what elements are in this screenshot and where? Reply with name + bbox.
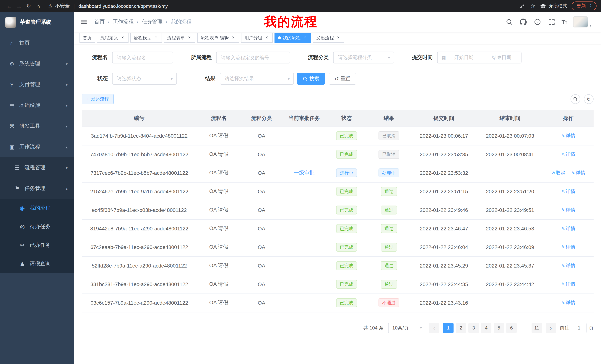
tab[interactable]: 发起流程 × [313,33,344,43]
detail-button[interactable]: ✎详情 [571,170,585,175]
sidebar-item-payment-mgmt[interactable]: ¥ 支付管理 ▾ [0,74,74,95]
close-icon[interactable]: × [264,35,269,40]
page-button[interactable]: ··· [519,323,529,333]
detail-button[interactable]: ✎详情 [561,244,575,250]
bookmark-star-icon[interactable]: ☆ [530,3,535,9]
cell-actions: ⊘取消 ✎详情 [543,238,594,256]
page-size-select[interactable]: 10条/页 ▾ [388,323,425,333]
sidebar-item-workflow[interactable]: ▣ 工作流程 ▴ [0,136,74,157]
tab[interactable]: 流程定义 × [97,33,129,43]
category-select[interactable]: 请选择流程分类 ▾ [333,52,394,63]
detail-button[interactable]: ✎详情 [561,226,575,231]
close-icon[interactable]: × [231,35,236,40]
page-button[interactable]: 11 [531,323,542,333]
reset-button[interactable]: ↺ 重置 [329,73,356,85]
fullscreen-icon[interactable] [547,18,555,26]
scissors-icon: ✂ [18,242,27,249]
detail-button[interactable]: ✎详情 [561,133,575,138]
close-icon[interactable]: × [153,35,159,40]
detail-button[interactable]: ✎详情 [561,189,575,194]
tab-label: 流程定义 [100,35,118,41]
process-def-input[interactable] [216,52,290,63]
breadcrumb-item[interactable]: 工作流程 [105,19,134,25]
sidebar-item-todo-tasks[interactable]: ◎ 待办任务 [0,217,74,236]
sidebar-item-my-process[interactable]: ◉ 我的流程 [0,199,74,217]
process-name-input[interactable] [112,52,173,63]
detail-button[interactable]: ✎详情 [561,151,575,157]
sidebar-item-task-mgmt[interactable]: ⚑ 任务管理 ▴ [0,178,74,199]
cell-end-time: 2022-01-22 23:51:20 [477,182,543,201]
cell-current-task [282,201,326,219]
toggle-search-icon[interactable] [571,94,580,104]
user-avatar[interactable]: ▾ [573,16,591,28]
table-header: 编号流程名流程分类当前审批任务状态结果提交时间结束时间操作 [82,110,594,126]
browser-home-button[interactable]: ⌂ [33,1,43,11]
close-icon[interactable]: × [302,35,308,40]
page-button[interactable]: 6 [506,323,517,333]
tab-label: 发起流程 [316,35,334,41]
browser-forward-button[interactable]: → [14,1,24,11]
status-select[interactable]: 请选择状态 ▾ [112,73,177,85]
sidebar-item-infrastructure[interactable]: ▤ 基础设施 ▾ [0,95,74,116]
url-text: dashboard.yudao.iocoder.cn/bpm/task/my [78,3,168,9]
browser-menu-icon[interactable]: ⋮ [588,3,593,9]
refresh-icon[interactable]: ↻ [584,94,594,104]
sidebar-item-home[interactable]: ⌂ 首页 [0,33,74,53]
pagination: 共 104 条 10条/页 ▾ ‹ 1 2 3 [82,323,594,333]
detail-button[interactable]: ✎详情 [561,207,575,213]
cell-result: 通过 [367,201,411,219]
tab[interactable]: 流程模型 × [130,33,162,43]
tab[interactable]: 流程表单-编辑 × [197,33,239,43]
close-icon[interactable]: × [187,35,192,40]
detail-button[interactable]: ✎详情 [561,300,575,305]
browser-back-button[interactable]: ← [4,1,14,11]
tab[interactable]: 用户分组 × [241,33,273,43]
font-size-icon[interactable]: TT [561,19,567,25]
browser-reload-button[interactable]: ↻ [24,1,33,11]
breadcrumb-item[interactable]: 我的流程 [163,19,192,25]
cell-submit-time: 2022-01-22 23:46:04 [411,238,477,256]
page-button[interactable]: 4 [481,323,491,333]
sidebar-item-dev-tools[interactable]: ⚒ 研发工具 ▾ [0,116,74,136]
hamburger-icon[interactable] [80,18,88,26]
address-bar[interactable]: ⚠ 不安全 | dashboard.yudao.iocoder.cn/bpm/t… [48,3,512,9]
avatar-caret-icon: ▾ [590,23,591,28]
tab[interactable]: 首页 × [80,33,95,43]
key-icon[interactable] [518,2,526,10]
cell-current-task [282,182,326,201]
next-page-button[interactable]: › [546,323,556,333]
browser-update-button[interactable]: 更新 ⋮ [572,1,597,10]
github-icon[interactable] [519,18,527,26]
breadcrumb-item[interactable]: 任务管理 [134,19,163,25]
sidebar-item-done-tasks[interactable]: ✂ 已办任务 [0,236,74,255]
breadcrumb-item[interactable]: 首页 [94,19,105,25]
sidebar-item-process-mgmt[interactable]: ☰ 流程管理 ▾ [0,157,74,178]
goto-page-input[interactable] [572,323,587,333]
page-button[interactable]: 5 [494,323,504,333]
sidebar-item-system-mgmt[interactable]: ⚙ 系统管理 ▾ [0,53,74,74]
tab[interactable]: 我的流程 × [274,33,311,43]
tab-label: 流程模型 [134,35,151,41]
search-icon[interactable] [505,18,513,26]
sidebar-item-label: 支付管理 [19,81,40,88]
cell-process-name: OA 请假 [197,182,241,201]
help-icon[interactable]: ? [533,18,541,26]
detail-button[interactable]: ✎详情 [561,281,575,287]
close-icon[interactable]: × [120,35,125,40]
detail-button[interactable]: ✎详情 [561,263,575,268]
result-select[interactable]: 请选择流结果 ▾ [220,73,294,85]
cell-category: OA [241,256,282,275]
current-task-link[interactable]: 一级审批 [294,170,315,175]
search-button[interactable]: 搜索 [297,73,325,85]
page-button[interactable]: 1 [443,323,453,333]
result-badge: 通过 [381,261,397,270]
page-button[interactable]: 2 [456,323,466,333]
prev-page-button[interactable]: ‹ [429,323,440,333]
create-process-button[interactable]: + 发起流程 [82,94,114,104]
close-icon[interactable]: × [336,35,341,40]
sidebar-item-leave-query[interactable]: ♟ 请假查询 [0,255,74,273]
submit-time-range-picker[interactable]: ▦ 开始日期 - 结束日期 [437,52,521,63]
page-button[interactable]: 3 [468,323,479,333]
cancel-button[interactable]: ⊘取消 [551,170,565,175]
tab[interactable]: 流程表单 × [164,33,195,43]
